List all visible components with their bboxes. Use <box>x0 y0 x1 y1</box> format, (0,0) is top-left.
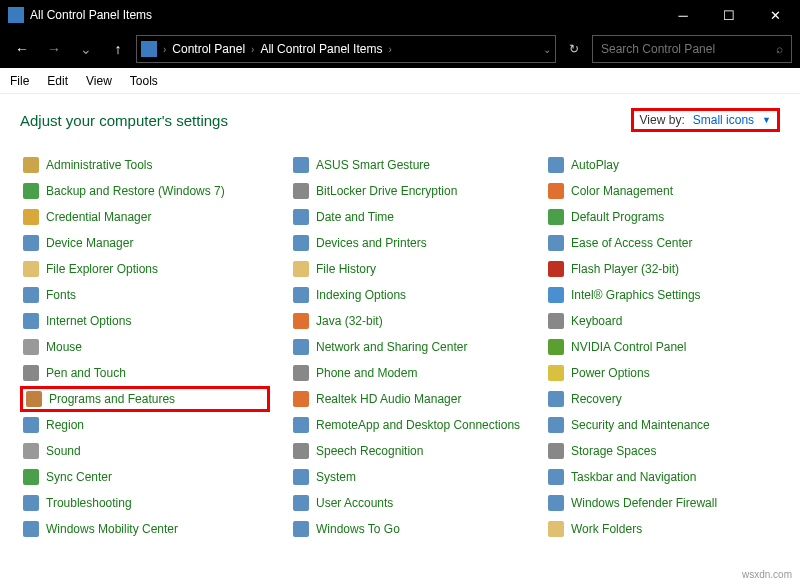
menu-view[interactable]: View <box>86 74 112 88</box>
cp-item-default-programs[interactable]: Default Programs <box>545 204 780 230</box>
cp-item-credential-manager[interactable]: Credential Manager <box>20 204 270 230</box>
cp-item-label: Pen and Touch <box>46 366 126 380</box>
cp-item-color-management[interactable]: Color Management <box>545 178 780 204</box>
cp-item-label: Internet Options <box>46 314 131 328</box>
cp-item-label: Programs and Features <box>49 392 175 406</box>
cp-item-label: System <box>316 470 356 484</box>
cp-item-internet-options[interactable]: Internet Options <box>20 308 270 334</box>
cp-icon <box>23 313 39 329</box>
menu-tools[interactable]: Tools <box>130 74 158 88</box>
search-input[interactable] <box>601 42 776 56</box>
cp-item-keyboard[interactable]: Keyboard <box>545 308 780 334</box>
cp-item-file-explorer-options[interactable]: File Explorer Options <box>20 256 270 282</box>
menu-file[interactable]: File <box>10 74 29 88</box>
cp-item-autoplay[interactable]: AutoPlay <box>545 152 780 178</box>
cp-item-sync-center[interactable]: Sync Center <box>20 464 270 490</box>
cp-item-flash-player-32-bit[interactable]: Flash Player (32-bit) <box>545 256 780 282</box>
cp-item-system[interactable]: System <box>290 464 525 490</box>
cp-item-programs-and-features[interactable]: Programs and Features <box>20 386 270 412</box>
minimize-button[interactable]: ─ <box>660 0 706 30</box>
cp-item-windows-defender-firewall[interactable]: Windows Defender Firewall <box>545 490 780 516</box>
cp-item-work-folders[interactable]: Work Folders <box>545 516 780 542</box>
cp-icon <box>293 157 309 173</box>
cp-item-user-accounts[interactable]: User Accounts <box>290 490 525 516</box>
cp-item-storage-spaces[interactable]: Storage Spaces <box>545 438 780 464</box>
up-button[interactable]: ↑ <box>104 35 132 63</box>
breadcrumb-seg1[interactable]: Control Panel <box>172 42 245 56</box>
menu-edit[interactable]: Edit <box>47 74 68 88</box>
history-dropdown[interactable]: ⌄ <box>72 35 100 63</box>
breadcrumb-seg2[interactable]: All Control Panel Items <box>260 42 382 56</box>
search-box[interactable]: ⌕ <box>592 35 792 63</box>
cp-icon <box>548 339 564 355</box>
forward-button[interactable]: → <box>40 35 68 63</box>
chevron-right-icon: › <box>163 44 166 55</box>
back-button[interactable]: ← <box>8 35 36 63</box>
window-title: All Control Panel Items <box>30 8 660 22</box>
navbar: ← → ⌄ ↑ › Control Panel › All Control Pa… <box>0 30 800 68</box>
search-icon[interactable]: ⌕ <box>776 42 783 56</box>
cp-item-label: RemoteApp and Desktop Connections <box>316 418 520 432</box>
cp-item-remoteapp-and-desktop-connections[interactable]: RemoteApp and Desktop Connections <box>290 412 525 438</box>
view-by-value[interactable]: Small icons <box>693 113 754 127</box>
cp-item-label: Realtek HD Audio Manager <box>316 392 461 406</box>
breadcrumb[interactable]: › Control Panel › All Control Panel Item… <box>136 35 556 63</box>
close-button[interactable]: ✕ <box>752 0 798 30</box>
cp-item-file-history[interactable]: File History <box>290 256 525 282</box>
cp-item-windows-to-go[interactable]: Windows To Go <box>290 516 525 542</box>
cp-icon <box>548 521 564 537</box>
cp-item-sound[interactable]: Sound <box>20 438 270 464</box>
cp-icon <box>293 469 309 485</box>
control-panel-icon <box>141 41 157 57</box>
cp-icon <box>23 183 39 199</box>
cp-item-backup-and-restore-windows-7[interactable]: Backup and Restore (Windows 7) <box>20 178 270 204</box>
cp-item-phone-and-modem[interactable]: Phone and Modem <box>290 360 525 386</box>
cp-icon <box>23 157 39 173</box>
cp-item-region[interactable]: Region <box>20 412 270 438</box>
cp-item-label: AutoPlay <box>571 158 619 172</box>
cp-item-label: User Accounts <box>316 496 393 510</box>
cp-icon <box>293 339 309 355</box>
cp-item-label: BitLocker Drive Encryption <box>316 184 457 198</box>
cp-item-devices-and-printers[interactable]: Devices and Printers <box>290 230 525 256</box>
cp-item-label: Mouse <box>46 340 82 354</box>
refresh-button[interactable]: ↻ <box>560 35 588 63</box>
cp-item-fonts[interactable]: Fonts <box>20 282 270 308</box>
cp-item-power-options[interactable]: Power Options <box>545 360 780 386</box>
cp-icon <box>293 443 309 459</box>
chevron-right-icon: › <box>251 44 254 55</box>
cp-item-security-and-maintenance[interactable]: Security and Maintenance <box>545 412 780 438</box>
content-grid: Administrative ToolsBackup and Restore (… <box>0 142 800 552</box>
cp-item-recovery[interactable]: Recovery <box>545 386 780 412</box>
cp-item-date-and-time[interactable]: Date and Time <box>290 204 525 230</box>
cp-item-device-manager[interactable]: Device Manager <box>20 230 270 256</box>
cp-item-taskbar-and-navigation[interactable]: Taskbar and Navigation <box>545 464 780 490</box>
chevron-down-icon: ▼ <box>762 115 771 125</box>
cp-item-label: ASUS Smart Gesture <box>316 158 430 172</box>
cp-item-label: Work Folders <box>571 522 642 536</box>
cp-item-label: File History <box>316 262 376 276</box>
cp-item-troubleshooting[interactable]: Troubleshooting <box>20 490 270 516</box>
cp-icon <box>548 313 564 329</box>
cp-item-nvidia-control-panel[interactable]: NVIDIA Control Panel <box>545 334 780 360</box>
cp-item-intel-graphics-settings[interactable]: Intel® Graphics Settings <box>545 282 780 308</box>
cp-item-network-and-sharing-center[interactable]: Network and Sharing Center <box>290 334 525 360</box>
menubar: File Edit View Tools <box>0 68 800 94</box>
cp-item-administrative-tools[interactable]: Administrative Tools <box>20 152 270 178</box>
cp-item-realtek-hd-audio-manager[interactable]: Realtek HD Audio Manager <box>290 386 525 412</box>
cp-item-pen-and-touch[interactable]: Pen and Touch <box>20 360 270 386</box>
cp-item-mouse[interactable]: Mouse <box>20 334 270 360</box>
cp-item-label: Color Management <box>571 184 673 198</box>
cp-item-speech-recognition[interactable]: Speech Recognition <box>290 438 525 464</box>
cp-item-label: Speech Recognition <box>316 444 423 458</box>
chevron-down-icon[interactable]: ⌄ <box>543 44 551 55</box>
view-by-selector[interactable]: View by: Small icons ▼ <box>631 108 780 132</box>
cp-item-ease-of-access-center[interactable]: Ease of Access Center <box>545 230 780 256</box>
cp-item-indexing-options[interactable]: Indexing Options <box>290 282 525 308</box>
cp-item-label: Date and Time <box>316 210 394 224</box>
cp-item-windows-mobility-center[interactable]: Windows Mobility Center <box>20 516 270 542</box>
maximize-button[interactable]: ☐ <box>706 0 752 30</box>
cp-item-asus-smart-gesture[interactable]: ASUS Smart Gesture <box>290 152 525 178</box>
cp-item-bitlocker-drive-encryption[interactable]: BitLocker Drive Encryption <box>290 178 525 204</box>
cp-item-java-32-bit[interactable]: Java (32-bit) <box>290 308 525 334</box>
